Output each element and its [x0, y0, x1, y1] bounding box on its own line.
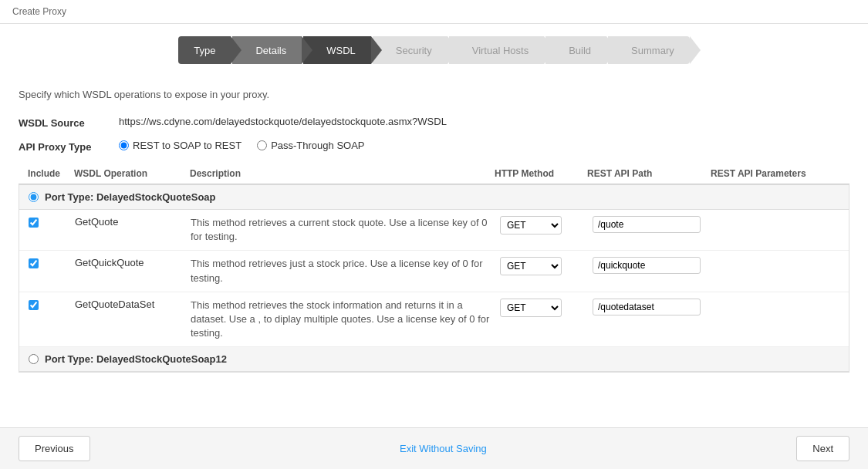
op2-checkbox[interactable]	[29, 258, 39, 268]
op1-name: GetQuote	[75, 216, 191, 228]
op3-name: GetQuoteDataSet	[75, 299, 191, 310]
footer: Previous Exit Without Saving Next	[0, 427, 868, 469]
wsdl-source-value: https://ws.cdyne.com/delayedstockquote/d…	[119, 116, 447, 127]
radio-rest-option[interactable]: REST to SOAP to REST	[119, 140, 241, 151]
app-title: Create Proxy	[12, 6, 66, 17]
port-group-1-radio[interactable]	[29, 192, 39, 202]
table-row: GetQuoteDataSet This method retrieves th…	[19, 292, 849, 348]
step-security[interactable]: Security	[373, 36, 448, 64]
exit-button[interactable]: Exit Without Saving	[400, 443, 487, 454]
main-content: Specify which WSDL operations to expose …	[0, 76, 868, 385]
col-operation: WSDL Operation	[74, 168, 190, 179]
port-group-2-header[interactable]: Port Type: DelayedStockQuoteSoap12	[19, 347, 849, 372]
port-group-1-header[interactable]: Port Type: DelayedStockQuoteSoap	[19, 185, 849, 210]
page-description: Specify which WSDL operations to expose …	[19, 89, 849, 100]
op3-include-cell[interactable]	[29, 299, 75, 310]
op2-name: GetQuickQuote	[75, 257, 191, 268]
step-wsdl[interactable]: WSDL	[303, 36, 371, 64]
op2-description: This method retrieves just a stock price…	[191, 257, 500, 285]
op3-path-cell[interactable]	[593, 299, 716, 315]
op1-path-cell[interactable]	[593, 216, 716, 233]
table-row: GetQuote This method retrieves a current…	[19, 210, 849, 251]
port-group-2-label: Port Type: DelayedStockQuoteSoap12	[45, 353, 227, 365]
api-proxy-type-label: API Proxy Type	[19, 140, 119, 153]
table-row: GetQuickQuote This method retrieves just…	[19, 251, 849, 292]
wsdl-source-row: WSDL Source https://ws.cdyne.com/delayed…	[19, 116, 849, 129]
op3-method-select[interactable]: GET POST PUT DELETE	[500, 299, 562, 317]
port-group-2-radio[interactable]	[29, 354, 39, 364]
api-proxy-type-row: API Proxy Type REST to SOAP to REST Pass…	[19, 140, 849, 153]
table-header: Include WSDL Operation Description HTTP …	[19, 164, 849, 184]
op1-path-input[interactable]	[593, 216, 701, 233]
previous-button[interactable]: Previous	[19, 436, 90, 461]
col-include: Include	[28, 168, 74, 179]
col-params: REST API Parameters	[711, 168, 834, 179]
op2-method-select[interactable]: GET POST PUT DELETE	[500, 257, 562, 275]
op3-description: This method retrieves the stock informat…	[191, 299, 500, 341]
op1-checkbox[interactable]	[29, 218, 39, 228]
op3-method-cell[interactable]: GET POST PUT DELETE	[500, 299, 593, 317]
wsdl-source-label: WSDL Source	[19, 116, 119, 129]
op1-method-cell[interactable]: GET POST PUT DELETE	[500, 216, 593, 235]
col-description: Description	[190, 168, 495, 179]
radio-passthrough-input[interactable]	[257, 140, 267, 150]
operations-table-body: Port Type: DelayedStockQuoteSoap GetQuot…	[19, 184, 849, 373]
op2-method-cell[interactable]: GET POST PUT DELETE	[500, 257, 593, 275]
op2-path-cell[interactable]	[593, 257, 716, 274]
radio-rest-input[interactable]	[119, 140, 129, 150]
radio-passthrough-label: Pass-Through SOAP	[271, 140, 364, 151]
op3-path-input[interactable]	[593, 299, 701, 315]
op1-description: This method retrieves a current stock qu…	[191, 216, 500, 244]
radio-passthrough-option[interactable]: Pass-Through SOAP	[257, 140, 364, 151]
op1-include-cell[interactable]	[29, 216, 75, 228]
radio-rest-label: REST to SOAP to REST	[133, 140, 241, 151]
col-path: REST API Path	[587, 168, 711, 179]
step-summary[interactable]: Summary	[608, 36, 690, 64]
op3-checkbox[interactable]	[29, 300, 39, 310]
op2-path-input[interactable]	[593, 257, 701, 274]
col-method: HTTP Method	[495, 168, 587, 179]
step-details[interactable]: Details	[232, 36, 302, 64]
step-type[interactable]: Type	[178, 36, 231, 64]
step-virtual-hosts[interactable]: Virtual Hosts	[449, 36, 544, 64]
port-group-1-label: Port Type: DelayedStockQuoteSoap	[45, 191, 216, 203]
next-button[interactable]: Next	[796, 436, 849, 461]
proxy-type-radio-group: REST to SOAP to REST Pass-Through SOAP	[119, 140, 365, 151]
op2-include-cell[interactable]	[29, 257, 75, 268]
wizard-steps: Type Details WSDL Security Virtual Hosts…	[0, 24, 868, 76]
op1-method-select[interactable]: GET POST PUT DELETE	[500, 216, 562, 235]
app-header: Create Proxy	[0, 0, 868, 24]
